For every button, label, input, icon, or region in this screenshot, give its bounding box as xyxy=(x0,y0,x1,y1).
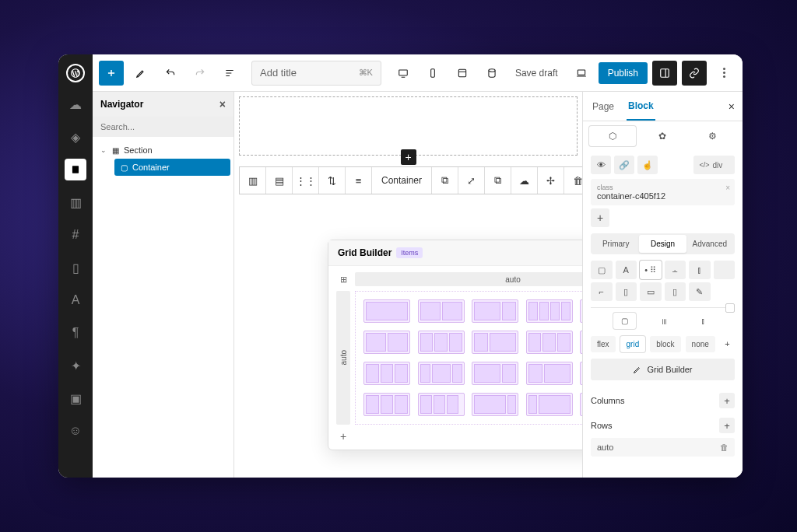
add-class-button[interactable]: + xyxy=(591,208,609,227)
element-tag[interactable]: </> div xyxy=(693,156,736,174)
database-icon[interactable] xyxy=(479,61,504,86)
seg-justify-icon[interactable]: ⫼ xyxy=(653,313,676,329)
seg-align-icon[interactable]: ⫿ xyxy=(693,313,713,329)
sub-tab-settings-icon[interactable]: ⚙ xyxy=(690,126,736,146)
sidebar-layout-icon[interactable]: ▥ xyxy=(65,191,86,213)
grid-preset[interactable] xyxy=(418,299,465,323)
grid-preset[interactable] xyxy=(418,393,465,416)
navigator-close-icon[interactable]: × xyxy=(219,98,226,110)
toolbar-curve-icon[interactable]: ⤢ xyxy=(458,167,485,194)
toolbar-copy-icon[interactable]: ⧉ xyxy=(485,167,511,194)
save-draft-button[interactable]: Save draft xyxy=(509,68,564,79)
display-flex[interactable]: flex xyxy=(591,336,616,352)
tab-page[interactable]: Page xyxy=(591,93,616,120)
add-row-button[interactable]: + xyxy=(719,418,735,433)
delete-row-icon[interactable]: 🗑 xyxy=(720,443,729,452)
redo-icon[interactable] xyxy=(188,61,212,86)
title-input[interactable]: Add title ⌘K xyxy=(251,61,381,86)
toolbar-cloud-icon[interactable]: ☁ xyxy=(511,167,538,194)
link-small-icon[interactable]: 🔗 xyxy=(614,156,634,174)
sidebar-cloud-icon[interactable]: ☁ xyxy=(65,93,86,115)
grid-preset[interactable] xyxy=(363,393,410,416)
column-axis-label[interactable]: auto xyxy=(355,272,582,286)
design-typography-icon[interactable]: A xyxy=(616,261,637,279)
grid-preset[interactable] xyxy=(472,299,518,323)
add-section-button[interactable]: + xyxy=(401,149,416,165)
seg-container-icon[interactable]: ▢ xyxy=(613,313,636,329)
row-value-input[interactable]: auto 🗑 xyxy=(591,438,735,457)
list-view-icon[interactable] xyxy=(217,61,242,86)
sidebar-paragraph-icon[interactable]: ¶ xyxy=(65,322,86,344)
tree-item-container[interactable]: ▢ Container xyxy=(114,159,230,176)
navigator-search-input[interactable] xyxy=(93,117,233,137)
pill-tab-primary[interactable]: Primary xyxy=(592,235,639,253)
grid-preset[interactable] xyxy=(526,393,573,416)
grid-preset[interactable] xyxy=(580,331,582,354)
toolbar-layers-icon[interactable]: ⧉ xyxy=(432,167,458,194)
grid-preset[interactable] xyxy=(526,299,573,323)
toolbar-grid-icon[interactable]: ▥ xyxy=(240,167,266,194)
row-axis-label[interactable]: auto xyxy=(336,291,350,425)
toolbar-block-label[interactable]: Container xyxy=(372,167,432,194)
design-wand-icon[interactable]: ✎ xyxy=(689,282,711,301)
design-gap-icon[interactable]: ⫿ xyxy=(689,261,711,279)
design-mobile-icon[interactable]: ▯ xyxy=(616,282,637,301)
preview-icon[interactable] xyxy=(450,61,475,86)
remove-class-icon[interactable]: × xyxy=(725,184,730,192)
link-icon[interactable] xyxy=(682,61,707,86)
panel-close-icon[interactable]: × xyxy=(729,100,735,113)
grid-builder-button[interactable]: Grid Builder xyxy=(591,359,735,380)
sidebar-image-icon[interactable]: ▣ xyxy=(65,387,86,409)
class-selector[interactable]: class container-c405f12 × xyxy=(591,179,735,205)
section-dropzone[interactable] xyxy=(239,96,578,156)
design-align-icon[interactable]: ⫠ xyxy=(665,261,686,279)
tree-item-section[interactable]: ⌄ ▦ Section xyxy=(96,142,230,159)
sidebar-page-icon[interactable] xyxy=(65,159,86,180)
display-grid[interactable]: grid xyxy=(620,336,646,352)
tab-block[interactable]: Block xyxy=(627,93,655,121)
grid-preset[interactable] xyxy=(363,299,410,323)
sub-tab-style-icon[interactable]: ✿ xyxy=(639,126,686,146)
design-extra-icon[interactable] xyxy=(714,261,736,279)
grid-preset[interactable] xyxy=(526,362,573,385)
grid-preset[interactable] xyxy=(418,331,465,354)
pill-tab-advanced[interactable]: Advanced xyxy=(686,235,733,253)
display-add-icon[interactable]: + xyxy=(720,335,735,352)
sub-tab-box-icon[interactable]: ⬡ xyxy=(589,126,636,146)
desktop-view-icon[interactable] xyxy=(391,61,416,86)
grid-preset[interactable] xyxy=(580,299,582,323)
sidebar-frame-icon[interactable]: # xyxy=(65,224,86,246)
grid-preset[interactable] xyxy=(363,362,410,385)
grid-preset[interactable] xyxy=(580,362,582,385)
publish-button[interactable]: Publish xyxy=(599,62,648,84)
mobile-view-icon[interactable] xyxy=(420,61,445,86)
grid-preset[interactable] xyxy=(363,331,410,354)
grid-preset[interactable] xyxy=(472,331,518,354)
laptop-icon[interactable] xyxy=(569,61,594,86)
display-block[interactable]: block xyxy=(650,336,680,352)
design-spacing-icon[interactable]: ▢ xyxy=(591,261,613,279)
sidebar-emoji-icon[interactable]: ☺ xyxy=(65,420,86,442)
undo-icon[interactable] xyxy=(158,61,183,86)
sidebar-text-icon[interactable]: A xyxy=(65,289,86,311)
toolbar-drag-icon[interactable]: ⋮⋮ xyxy=(293,167,319,194)
sidebar-plugin-icon[interactable]: ◈ xyxy=(65,126,86,148)
edit-icon[interactable] xyxy=(128,61,153,86)
grid-preset[interactable] xyxy=(580,393,582,416)
display-none[interactable]: none xyxy=(686,336,715,352)
grid-preset[interactable] xyxy=(526,331,573,354)
wordpress-logo[interactable] xyxy=(66,64,85,82)
toolbar-align-icon[interactable]: ≡ xyxy=(346,167,372,194)
toolbar-layout-icon[interactable]: ▤ xyxy=(266,167,293,194)
toolbar-delete-icon[interactable]: 🗑 xyxy=(564,167,582,194)
grid-icon[interactable]: ⊞ xyxy=(336,272,350,286)
add-column-button[interactable]: + xyxy=(719,393,735,408)
settings-sidebar-toggle[interactable] xyxy=(652,61,677,86)
design-radius-icon[interactable]: ⌐ xyxy=(591,282,613,301)
more-options-icon[interactable] xyxy=(711,61,736,86)
toolbar-handle-icon[interactable]: ✢ xyxy=(538,167,564,194)
pointer-icon[interactable]: ☝ xyxy=(637,156,658,174)
grid-preset[interactable] xyxy=(472,362,518,385)
add-row-icon[interactable]: + xyxy=(336,429,350,443)
add-block-button[interactable] xyxy=(99,61,124,86)
